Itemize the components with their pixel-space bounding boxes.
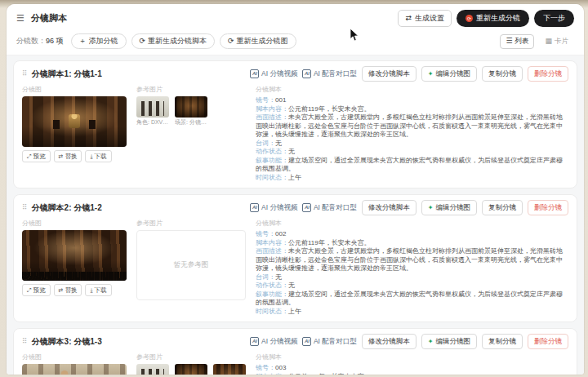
refresh-icon: ⟳ bbox=[140, 38, 146, 45]
download-button[interactable]: ⤓ 下载 bbox=[85, 150, 111, 162]
field-script-content: 脚本内容：公元前119年，长安未央宫。 bbox=[256, 373, 568, 375]
field-shot-number: 镜号：001 bbox=[256, 96, 568, 105]
shot-image-label: 分镜图 bbox=[22, 85, 127, 94]
ai-video-link[interactable]: AI AI 分镜视频 bbox=[250, 203, 297, 213]
plus-icon: ＋ bbox=[79, 38, 87, 45]
refresh-icon: ⟳ bbox=[228, 38, 234, 45]
shot-image[interactable] bbox=[22, 364, 127, 375]
no-reference-placeholder: 暂无参考图 bbox=[136, 230, 246, 300]
card-title: 分镜脚本3: 分镜1-3 bbox=[32, 336, 102, 348]
storyboard-card-1: ⠿ 分镜脚本1: 分镜1-1 AI AI 分镜视频 AI AI 配音对口型 修改… bbox=[13, 60, 577, 188]
field-script-content: 脚本内容：公元前119年，长安未央宫。 bbox=[256, 105, 568, 114]
edit-image-button[interactable]: ✦ 编辑分镜图 bbox=[421, 66, 477, 82]
reference-thumbnail[interactable] bbox=[136, 96, 169, 118]
ai-dub-link[interactable]: AI AI 配音对口型 bbox=[302, 203, 356, 213]
field-time-state: 时间状态：上午 bbox=[256, 174, 568, 183]
view-list-label: 列表 bbox=[514, 37, 528, 47]
grid-icon: ▦ bbox=[545, 38, 552, 45]
reference-thumbnail[interactable] bbox=[175, 364, 207, 375]
reference-images-label: 参考图片 bbox=[136, 353, 246, 361]
copy-shot-button[interactable]: 复制分镜 bbox=[482, 200, 523, 215]
edit-image-button[interactable]: ✦ 编辑分镜图 bbox=[421, 200, 477, 215]
regen-scripts-button[interactable]: ⟳ 重新生成分镜脚本 bbox=[131, 33, 216, 49]
ai-video-link[interactable]: AI AI 分镜视频 bbox=[250, 337, 297, 347]
add-shot-label: 添加分镜 bbox=[89, 36, 118, 47]
field-time-state: 时间状态：上午 bbox=[256, 308, 568, 317]
replace-button[interactable]: ⇄ 替换 bbox=[54, 150, 82, 162]
replace-icon: ⇄ bbox=[59, 287, 64, 293]
view-toggle-card[interactable]: ▦ 卡片 bbox=[539, 34, 574, 49]
reference-thumbnail[interactable] bbox=[213, 364, 246, 375]
storyboard-card-3: ⠿ 分镜脚本3: 分镜1-3 AI AI 分镜视频 AI AI 配音对口型 修改… bbox=[13, 328, 577, 375]
script-label: 分镜脚本 bbox=[256, 353, 568, 361]
modify-script-button[interactable]: 修改分镜脚本 bbox=[362, 200, 416, 215]
preview-icon: ⤢ bbox=[27, 153, 32, 159]
modify-script-button[interactable]: 修改分镜脚本 bbox=[362, 334, 416, 349]
field-narrative-function: 叙事功能：建立场景空间，通过全景展现未央宫大殿的恢宏气势和皇权威仪，为后续登基仪… bbox=[256, 157, 568, 174]
ai-icon: AI bbox=[302, 337, 311, 345]
card-title: 分镜脚本1: 分镜1-1 bbox=[32, 69, 102, 80]
drag-handle-icon[interactable]: ⠿ bbox=[22, 338, 28, 345]
next-step-button[interactable]: 下一步 bbox=[534, 10, 574, 27]
regenerate-storyboard-button[interactable]: ⟳ 重新生成分镜 bbox=[457, 10, 529, 27]
ai-icon: AI bbox=[250, 203, 259, 211]
ai-video-link[interactable]: AI AI 分镜视频 bbox=[250, 69, 297, 79]
delete-shot-button[interactable]: 删除分镜 bbox=[528, 200, 568, 215]
script-label: 分镜脚本 bbox=[256, 85, 568, 94]
field-narrative-function: 叙事功能：建立场景空间，通过全景展现未央宫大殿的恢宏气势和皇权威仪，为后续登基仪… bbox=[256, 291, 568, 308]
add-shot-button[interactable]: ＋ 添加分镜 bbox=[71, 33, 127, 49]
ai-dub-link[interactable]: AI AI 配音对口型 bbox=[302, 69, 356, 79]
field-visual-description: 画面描述：未央宫大殿全景，古建筑殿堂内，多根红褐色立柱对称排列从画面前景延伸至深… bbox=[256, 113, 568, 140]
menu-icon[interactable]: ☰ bbox=[16, 14, 24, 23]
reference-images-label: 参考图片 bbox=[136, 219, 246, 228]
reference-item: 场景: 分镜1-... bbox=[175, 96, 207, 126]
delete-shot-button[interactable]: 删除分镜 bbox=[528, 334, 568, 349]
generation-settings-label: 生成设置 bbox=[415, 13, 444, 24]
shot-image-label: 分镜图 bbox=[22, 353, 127, 361]
reference-thumbnail[interactable] bbox=[175, 96, 207, 118]
ai-dub-link[interactable]: AI AI 配音对口型 bbox=[302, 337, 356, 347]
modify-script-button[interactable]: 修改分镜脚本 bbox=[362, 66, 416, 82]
page-title: 分镜脚本 bbox=[31, 12, 67, 24]
download-button[interactable]: ⤓ 下载 bbox=[85, 284, 111, 296]
regen-images-label: 重新生成分镜图 bbox=[237, 36, 288, 47]
shot-image[interactable] bbox=[22, 96, 127, 147]
drag-handle-icon[interactable]: ⠿ bbox=[22, 204, 28, 211]
field-dialogue: 台词：无 bbox=[256, 140, 568, 149]
regen-scripts-label: 重新生成分镜脚本 bbox=[148, 36, 207, 47]
generation-settings-button[interactable]: ⇄ 生成设置 bbox=[398, 10, 452, 27]
view-toggle-list[interactable]: ☰ 列表 bbox=[500, 34, 534, 49]
view-card-label: 卡片 bbox=[555, 37, 568, 47]
regen-images-button[interactable]: ⟳ 重新生成分镜图 bbox=[220, 33, 296, 49]
next-step-label: 下一步 bbox=[543, 13, 565, 24]
reference-images-label: 参考图片 bbox=[136, 85, 246, 94]
ai-icon: AI bbox=[302, 69, 311, 78]
preview-icon: ⤢ bbox=[27, 287, 32, 293]
list-icon: ☰ bbox=[506, 38, 512, 45]
ai-icon: AI bbox=[302, 203, 311, 211]
script-label: 分镜脚本 bbox=[256, 219, 568, 228]
magic-icon: ✦ bbox=[428, 71, 434, 78]
drag-handle-icon[interactable]: ⠿ bbox=[22, 70, 28, 78]
edit-image-button[interactable]: ✦ 编辑分镜图 bbox=[421, 334, 477, 349]
shot-image[interactable] bbox=[22, 230, 127, 281]
shot-count: 分镜数：96 项 bbox=[16, 36, 64, 47]
reference-caption: 场景: 分镜1-... bbox=[175, 118, 207, 126]
field-script-content: 脚本内容：公元前119年，长安未央宫。 bbox=[256, 239, 568, 248]
copy-shot-button[interactable]: 复制分镜 bbox=[482, 66, 523, 82]
preview-button[interactable]: ⤢ 预览 bbox=[22, 284, 51, 296]
field-visual-description: 画面描述：未央宫大殿全景，古建筑殿堂内，多根红褐色立柱对称排列从画面前景延伸至深… bbox=[256, 247, 568, 273]
shot-image-label: 分镜图 bbox=[22, 219, 127, 228]
ai-icon: AI bbox=[250, 337, 259, 345]
regenerate-storyboard-label: 重新生成分镜 bbox=[476, 13, 520, 24]
preview-button[interactable]: ⤢ 预览 bbox=[22, 150, 51, 162]
delete-shot-button[interactable]: 删除分镜 bbox=[528, 66, 568, 82]
field-action-state: 动作状态：无 bbox=[256, 148, 568, 157]
reference-thumbnail[interactable] bbox=[136, 364, 169, 375]
field-action-state: 动作状态：无 bbox=[256, 282, 568, 291]
field-shot-number: 镜号：002 bbox=[256, 230, 568, 239]
replace-button[interactable]: ⇄ 替换 bbox=[54, 284, 82, 296]
crowd-silhouette bbox=[22, 272, 127, 281]
copy-shot-button[interactable]: 复制分镜 bbox=[482, 334, 523, 349]
swap-icon: ⇄ bbox=[405, 15, 412, 22]
